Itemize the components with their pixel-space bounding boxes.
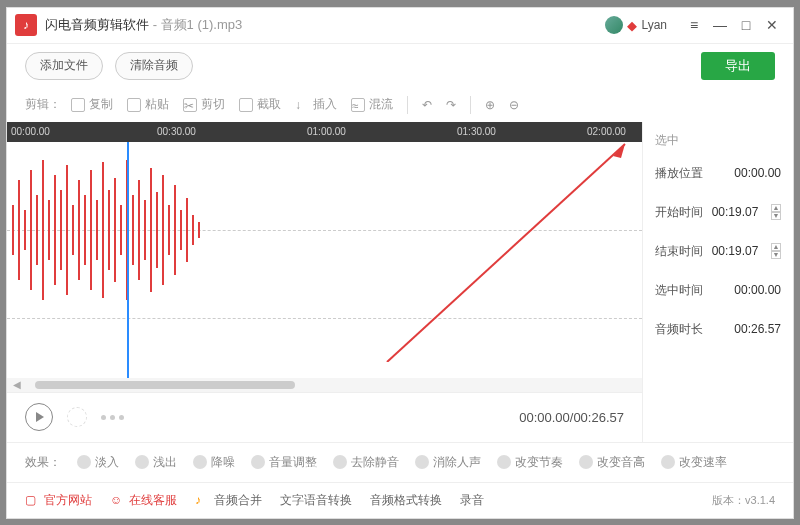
clear-audio-button[interactable]: 清除音频 bbox=[115, 52, 193, 80]
merge-icon: ♪ bbox=[195, 493, 209, 507]
insert-button[interactable]: ↓插入 bbox=[291, 96, 341, 113]
pitch-button[interactable]: 改变音高 bbox=[579, 454, 645, 471]
maximize-button[interactable]: □ bbox=[733, 12, 759, 38]
time-display: 00:00.00/00:26.57 bbox=[519, 410, 624, 425]
playhead[interactable] bbox=[127, 142, 129, 378]
speed-icon bbox=[661, 455, 675, 469]
waveform bbox=[9, 150, 209, 310]
divider bbox=[407, 96, 408, 114]
paste-icon bbox=[127, 98, 141, 112]
export-button[interactable]: 导出 bbox=[701, 52, 775, 80]
effects-bar: 效果： 淡入 浅出 降噪 音量调整 去除静音 消除人声 改变节奏 改变音高 改变… bbox=[7, 442, 793, 482]
app-name: 闪电音频剪辑软件 bbox=[45, 17, 149, 32]
denoise-button[interactable]: 降噪 bbox=[193, 454, 235, 471]
footer-bar: ▢官方网站 ☺在线客服 ♪音频合并 文字语音转换 音频格式转换 录音 版本：v3… bbox=[7, 482, 793, 518]
crop-button[interactable]: 截取 bbox=[235, 96, 285, 113]
play-button[interactable] bbox=[25, 403, 53, 431]
globe-icon: ▢ bbox=[25, 493, 39, 507]
h-scrollbar[interactable]: ◀ bbox=[7, 378, 642, 392]
fadeout-icon bbox=[135, 455, 149, 469]
app-window: ♪ 闪电音频剪辑软件 - 音频1 (1).mp3 ◆ Lyan ≡ — □ ✕ … bbox=[6, 7, 794, 519]
copy-icon bbox=[71, 98, 85, 112]
time-tick: 01:00.00 bbox=[307, 126, 346, 137]
svg-marker-33 bbox=[613, 144, 625, 158]
fadein-button[interactable]: 淡入 bbox=[77, 454, 119, 471]
time-tick: 00:30.00 bbox=[157, 126, 196, 137]
scissors-icon: ✂ bbox=[183, 98, 197, 112]
start-time-row: 开始时间00:19.07▲▼ bbox=[655, 204, 781, 221]
duration-row: 音频时长00:26.57 bbox=[655, 321, 781, 338]
start-stepper[interactable]: ▲▼ bbox=[771, 204, 781, 220]
effects-label: 效果： bbox=[25, 454, 61, 471]
zoom-in-button[interactable]: ⊕ bbox=[481, 98, 499, 112]
time-tick: 02:00.00 bbox=[587, 126, 626, 137]
time-tick: 00:00.00 bbox=[11, 126, 50, 137]
grid-line bbox=[7, 318, 642, 319]
document-name: - 音频1 (1).mp3 bbox=[153, 17, 243, 32]
cut-button[interactable]: ✂剪切 bbox=[179, 96, 229, 113]
gem-icon: ◆ bbox=[627, 18, 637, 33]
speed-button[interactable]: 改变速率 bbox=[661, 454, 727, 471]
menu-button[interactable]: ≡ bbox=[681, 12, 707, 38]
tempo-button[interactable]: 改变节奏 bbox=[497, 454, 563, 471]
side-panel: 选中 播放位置00:00.00 开始时间00:19.07▲▼ 结束时间00:19… bbox=[643, 122, 793, 442]
format-link[interactable]: 音频格式转换 bbox=[370, 492, 442, 509]
fadeout-button[interactable]: 浅出 bbox=[135, 454, 177, 471]
timeline-ruler[interactable]: 00:00.00 00:30.00 01:00.00 01:30.00 02:0… bbox=[7, 122, 642, 142]
window-title: 闪电音频剪辑软件 - 音频1 (1).mp3 bbox=[45, 16, 242, 34]
silence-icon bbox=[333, 455, 347, 469]
username[interactable]: Lyan bbox=[641, 18, 667, 32]
editor-panel: 00:00.00 00:30.00 01:00.00 01:30.00 02:0… bbox=[7, 122, 643, 442]
insert-icon: ↓ bbox=[295, 98, 309, 112]
end-time-row: 结束时间00:19.07▲▼ bbox=[655, 243, 781, 260]
mix-button[interactable]: ≈混流 bbox=[347, 96, 397, 113]
volume-button[interactable]: 音量调整 bbox=[251, 454, 317, 471]
vocal-icon bbox=[415, 455, 429, 469]
volume-icon bbox=[251, 455, 265, 469]
divider bbox=[470, 96, 471, 114]
minimize-button[interactable]: — bbox=[707, 12, 733, 38]
record-button[interactable] bbox=[67, 407, 87, 427]
main-row: 00:00.00 00:30.00 01:00.00 01:30.00 02:0… bbox=[7, 122, 793, 442]
denoise-icon bbox=[193, 455, 207, 469]
play-position-row: 播放位置00:00.00 bbox=[655, 165, 781, 182]
svg-line-32 bbox=[387, 144, 625, 362]
crop-icon bbox=[239, 98, 253, 112]
mix-icon: ≈ bbox=[351, 98, 365, 112]
remove-silence-button[interactable]: 去除静音 bbox=[333, 454, 399, 471]
scroll-thumb[interactable] bbox=[35, 381, 295, 389]
copy-button[interactable]: 复制 bbox=[67, 96, 117, 113]
app-logo-icon: ♪ bbox=[15, 14, 37, 36]
version-label: 版本：v3.1.4 bbox=[712, 493, 775, 508]
redo-button[interactable]: ↷ bbox=[442, 98, 460, 112]
record-link[interactable]: 录音 bbox=[460, 492, 484, 509]
player-controls: 00:00.00/00:26.57 bbox=[7, 392, 642, 442]
edit-toolbar: 剪辑： 复制 粘贴 ✂剪切 截取 ↓插入 ≈混流 ↶ ↷ ⊕ ⊖ bbox=[7, 88, 793, 122]
support-link[interactable]: ☺在线客服 bbox=[110, 492, 177, 509]
close-button[interactable]: ✕ bbox=[759, 12, 785, 38]
tempo-icon bbox=[497, 455, 511, 469]
selection-time-row: 选中时间00:00.00 bbox=[655, 282, 781, 299]
tts-link[interactable]: 文字语音转换 bbox=[280, 492, 352, 509]
topbar: 添加文件 清除音频 导出 bbox=[7, 44, 793, 88]
end-stepper[interactable]: ▲▼ bbox=[771, 243, 781, 259]
support-icon: ☺ bbox=[110, 493, 124, 507]
merge-link[interactable]: ♪音频合并 bbox=[195, 492, 262, 509]
scroll-left-icon[interactable]: ◀ bbox=[13, 379, 21, 390]
selected-label: 选中 bbox=[655, 132, 781, 149]
more-controls[interactable] bbox=[101, 415, 124, 420]
avatar-icon[interactable] bbox=[605, 16, 623, 34]
paste-button[interactable]: 粘贴 bbox=[123, 96, 173, 113]
undo-button[interactable]: ↶ bbox=[418, 98, 436, 112]
edit-label: 剪辑： bbox=[25, 96, 61, 113]
add-file-button[interactable]: 添加文件 bbox=[25, 52, 103, 80]
pitch-icon bbox=[579, 455, 593, 469]
fadein-icon bbox=[77, 455, 91, 469]
waveform-area[interactable] bbox=[7, 142, 642, 378]
website-link[interactable]: ▢官方网站 bbox=[25, 492, 92, 509]
time-tick: 01:30.00 bbox=[457, 126, 496, 137]
zoom-out-button[interactable]: ⊖ bbox=[505, 98, 523, 112]
remove-vocal-button[interactable]: 消除人声 bbox=[415, 454, 481, 471]
titlebar: ♪ 闪电音频剪辑软件 - 音频1 (1).mp3 ◆ Lyan ≡ — □ ✕ bbox=[7, 8, 793, 44]
